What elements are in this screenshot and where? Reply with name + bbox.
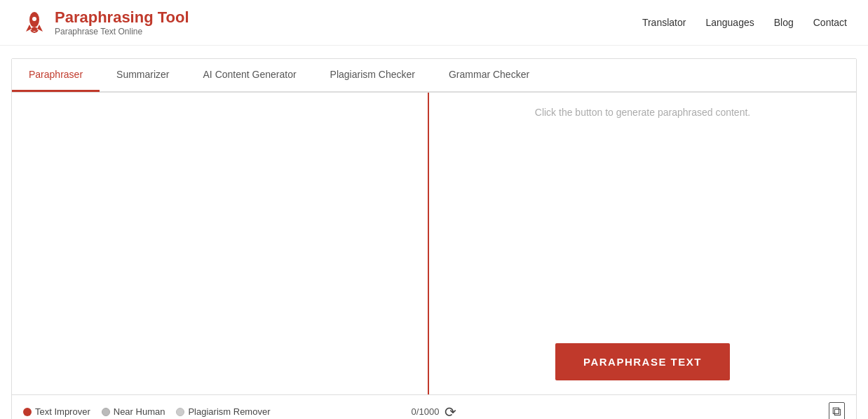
svg-point-3 xyxy=(32,17,36,21)
mode-near-human[interactable]: Near Human xyxy=(102,406,165,417)
tab-grammar-checker[interactable]: Grammar Checker xyxy=(432,59,546,92)
paraphrase-button[interactable]: PARAPHRASE TEXT xyxy=(555,343,730,380)
footer-center: 0/1000 ⟳ xyxy=(412,404,457,419)
refresh-icon[interactable]: ⟳ xyxy=(445,404,456,419)
logo-area: Paraphrasing Tool Paraphrase Text Online xyxy=(21,8,189,36)
nav-languages[interactable]: Languages xyxy=(705,17,754,28)
mode-dot-plagiarism-remover xyxy=(176,408,184,416)
mode-dot-text-improver xyxy=(23,408,32,416)
left-panel xyxy=(12,93,429,394)
mode-text-improver[interactable]: Text Improver xyxy=(23,406,90,417)
mode-plagiarism-remover[interactable]: Plagiarism Remover xyxy=(176,406,270,417)
footer-bar: Text Improver Near Human Plagiarism Remo… xyxy=(12,394,856,419)
main-container: Paraphraser Summarizer AI Content Genera… xyxy=(11,58,857,419)
header: Paraphrasing Tool Paraphrase Text Online… xyxy=(0,0,868,46)
logo-text-block: Paraphrasing Tool Paraphrase Text Online xyxy=(55,8,189,36)
svg-rect-4 xyxy=(32,27,37,31)
nav-contact[interactable]: Contact xyxy=(813,17,847,28)
right-panel: Click the button to generate paraphrased… xyxy=(429,93,856,394)
mode-dot-near-human xyxy=(102,408,110,416)
nav-links: Translator Languages Blog Contact xyxy=(642,17,847,28)
word-count: 0/1000 xyxy=(412,406,440,417)
editor-area: Click the button to generate paraphrased… xyxy=(12,92,856,394)
right-placeholder-text: Click the button to generate paraphrased… xyxy=(535,107,750,118)
tab-summarizer[interactable]: Summarizer xyxy=(100,59,186,92)
right-panel-inner: Click the button to generate paraphrased… xyxy=(446,107,839,380)
nav-blog[interactable]: Blog xyxy=(774,17,794,28)
nav-translator[interactable]: Translator xyxy=(642,17,686,28)
tab-plagiarism-checker[interactable]: Plagiarism Checker xyxy=(313,59,432,92)
logo-icon xyxy=(21,9,48,36)
input-textarea[interactable] xyxy=(23,104,416,383)
logo-subtitle: Paraphrase Text Online xyxy=(55,27,189,36)
footer-right: ⧉ xyxy=(829,402,845,419)
tab-paraphraser[interactable]: Paraphraser xyxy=(12,59,100,92)
tab-ai-content-generator[interactable]: AI Content Generator xyxy=(187,59,313,92)
logo-title: Paraphrasing Tool xyxy=(55,8,189,27)
copy-icon[interactable]: ⧉ xyxy=(829,402,845,419)
tabs: Paraphraser Summarizer AI Content Genera… xyxy=(12,59,856,92)
